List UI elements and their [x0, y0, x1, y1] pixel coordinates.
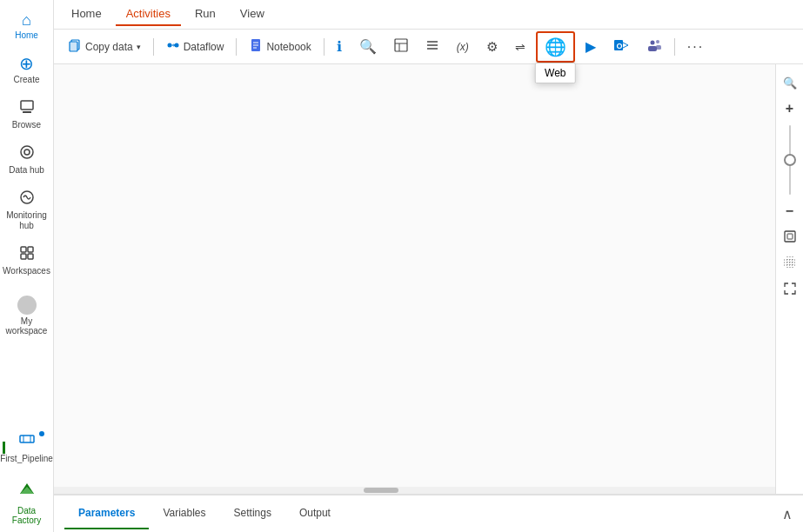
zoom-in-button[interactable]: + — [779, 97, 801, 120]
tab-output[interactable]: Output — [285, 498, 345, 529]
table1-button[interactable] — [387, 35, 415, 58]
list-button[interactable] — [418, 35, 446, 58]
svg-rect-32 — [648, 46, 657, 51]
svg-rect-15 — [70, 42, 77, 51]
info-button[interactable]: ℹ — [330, 35, 349, 58]
sidebar-item-label: Data hub — [9, 165, 44, 176]
collapse-panel-button[interactable]: ∧ — [782, 506, 793, 522]
formula-icon: (x) — [457, 41, 469, 53]
zoom-in-icon: + — [786, 101, 793, 116]
tab-parameters[interactable]: Parameters — [64, 498, 149, 529]
copy-data-dropdown-icon: ▾ — [137, 43, 141, 51]
sidebar-item-create[interactable]: ⊕ Create — [3, 50, 51, 90]
zoom-slider[interactable] — [789, 125, 791, 195]
sidebar-item-home[interactable]: ⌂ Home — [3, 7, 51, 46]
arrows-button[interactable]: ⇌ — [508, 37, 532, 57]
pipeline-label: First_Pipeline — [0, 454, 53, 464]
tab-view[interactable]: View — [230, 3, 275, 26]
browse-icon — [19, 99, 35, 117]
create-icon: ⊕ — [19, 55, 34, 72]
zoom-slider-thumb[interactable] — [784, 154, 796, 166]
data-factory-label: Data Factory — [3, 506, 50, 525]
data-factory-icon — [17, 478, 37, 504]
outlook-button[interactable]: O — [606, 35, 636, 59]
formula-button[interactable]: (x) — [450, 37, 476, 57]
video-icon: ▶ — [586, 38, 596, 55]
sidebar-item-workspaces[interactable]: Workspaces — [3, 240, 51, 282]
search-button[interactable]: 🔍 — [352, 35, 384, 58]
more-button[interactable]: ··· — [680, 36, 711, 58]
zoom-out-icon: − — [786, 203, 793, 219]
sidebar: ⌂ Home ⊕ Create Browse Data hub — [0, 0, 54, 532]
sidebar-item-label: Monitoring hub — [6, 210, 48, 231]
config-button[interactable]: ⚙ — [479, 36, 505, 58]
svg-rect-34 — [785, 231, 795, 242]
notebook-icon — [249, 38, 263, 56]
tab-activities[interactable]: Activities — [116, 3, 181, 26]
scrollbar-thumb[interactable] — [364, 488, 398, 493]
top-tabs: Home Activities Run View — [54, 0, 803, 30]
divider-3 — [324, 38, 325, 56]
notebook-button[interactable]: Notebook — [242, 35, 318, 59]
svg-rect-5 — [21, 247, 26, 252]
svg-rect-33 — [656, 45, 661, 50]
teams-button[interactable] — [639, 35, 669, 59]
web-button[interactable]: 🌐 — [536, 31, 575, 63]
expand-icon — [784, 283, 796, 297]
outlook-icon: O — [613, 38, 629, 56]
table1-icon — [394, 38, 408, 55]
svg-rect-8 — [28, 254, 33, 259]
search-icon: 🔍 — [359, 38, 377, 55]
tab-variables[interactable]: Variables — [149, 498, 219, 529]
svg-rect-35 — [787, 234, 793, 239]
sidebar-item-pipeline[interactable]: First_Pipeline — [3, 426, 51, 469]
svg-rect-7 — [21, 254, 26, 259]
dataflow-icon — [166, 38, 180, 56]
sidebar-item-label: Create — [13, 75, 39, 85]
divider-1 — [153, 38, 154, 56]
svg-point-2 — [21, 146, 33, 158]
pipeline-dot — [39, 431, 44, 436]
canvas-area[interactable]: 🔍 + − — [54, 64, 803, 494]
sidebar-item-monitoring[interactable]: Monitoring hub — [3, 184, 51, 236]
sidebar-item-browse[interactable]: Browse — [3, 94, 51, 136]
web-icon: 🌐 — [545, 37, 566, 57]
datahub-icon — [19, 144, 35, 163]
tab-home[interactable]: Home — [61, 3, 112, 26]
my-workspace-label: My workspace — [3, 316, 50, 336]
teams-icon — [646, 38, 662, 56]
sidebar-item-label: Workspaces — [3, 266, 50, 276]
main-content: Home Activities Run View Copy data ▾ — [54, 0, 803, 532]
info-icon: ℹ — [337, 38, 342, 55]
data-factory-section: Data Factory — [0, 473, 53, 532]
sidebar-item-datahub[interactable]: Data hub — [3, 139, 51, 181]
svg-marker-13 — [20, 487, 34, 494]
more-icon: ··· — [687, 39, 704, 55]
monitoring-icon — [19, 190, 35, 208]
grid-button[interactable] — [779, 252, 801, 275]
video-button[interactable]: ▶ — [579, 35, 603, 58]
sidebar-item-my-workspace[interactable]: My workspace — [0, 292, 53, 339]
toolbar: Copy data ▾ Dataflow — [54, 30, 803, 64]
fit-view-button[interactable] — [779, 226, 801, 249]
dataflow-button[interactable]: Dataflow — [159, 35, 231, 59]
right-toolbar: 🔍 + − — [775, 64, 803, 494]
list-icon — [425, 38, 439, 55]
tab-run[interactable]: Run — [184, 3, 226, 26]
divider-4 — [674, 38, 675, 56]
svg-rect-1 — [23, 111, 31, 113]
copy-data-label: Copy data — [85, 41, 133, 53]
sidebar-item-label: Home — [15, 30, 38, 41]
horizontal-scrollbar[interactable] — [54, 487, 775, 494]
zoom-out-button[interactable]: − — [779, 200, 801, 223]
notebook-label: Notebook — [266, 41, 311, 53]
tab-settings[interactable]: Settings — [220, 498, 285, 529]
expand-button[interactable] — [779, 278, 801, 301]
pipeline-icon — [18, 431, 36, 451]
avatar — [17, 296, 37, 315]
copy-data-button[interactable]: Copy data ▾ — [61, 35, 148, 59]
svg-rect-22 — [395, 39, 407, 51]
canvas-search-button[interactable]: 🔍 — [779, 71, 801, 94]
grid-icon — [783, 256, 797, 272]
svg-point-16 — [167, 43, 171, 47]
